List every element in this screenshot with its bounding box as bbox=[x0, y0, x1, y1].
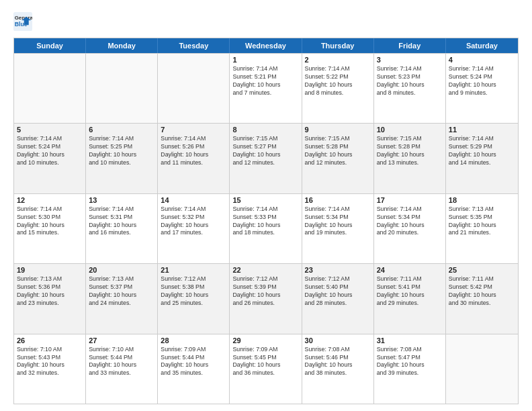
day-number: 10 bbox=[377, 126, 443, 134]
header: General Blue bbox=[13, 12, 519, 31]
day-info: Sunrise: 7:10 AM Sunset: 5:44 PM Dayligh… bbox=[89, 346, 154, 378]
logo-icon: General Blue bbox=[13, 12, 32, 31]
day-info: Sunrise: 7:08 AM Sunset: 5:47 PM Dayligh… bbox=[377, 346, 443, 378]
day-cell-14: 14Sunrise: 7:14 AM Sunset: 5:32 PM Dayli… bbox=[158, 194, 230, 263]
day-number: 20 bbox=[89, 266, 154, 274]
calendar-row-1: 5Sunrise: 7:14 AM Sunset: 5:24 PM Daylig… bbox=[14, 123, 518, 193]
day-number: 7 bbox=[161, 126, 226, 134]
calendar-body: 1Sunrise: 7:14 AM Sunset: 5:21 PM Daylig… bbox=[14, 53, 518, 404]
day-cell-25: 25Sunrise: 7:11 AM Sunset: 5:42 PM Dayli… bbox=[446, 264, 518, 333]
day-info: Sunrise: 7:09 AM Sunset: 5:45 PM Dayligh… bbox=[232, 346, 298, 378]
day-info: Sunrise: 7:14 AM Sunset: 5:21 PM Dayligh… bbox=[232, 65, 298, 97]
calendar-row-4: 26Sunrise: 7:10 AM Sunset: 5:43 PM Dayli… bbox=[14, 334, 518, 404]
weekday-header-friday: Friday bbox=[374, 38, 446, 53]
day-number: 2 bbox=[305, 56, 371, 64]
day-number: 30 bbox=[305, 336, 371, 345]
day-info: Sunrise: 7:15 AM Sunset: 5:28 PM Dayligh… bbox=[377, 135, 443, 167]
day-number: 27 bbox=[89, 336, 154, 345]
day-info: Sunrise: 7:13 AM Sunset: 5:37 PM Dayligh… bbox=[89, 275, 154, 308]
day-number: 14 bbox=[161, 196, 226, 204]
day-info: Sunrise: 7:15 AM Sunset: 5:27 PM Dayligh… bbox=[232, 135, 298, 167]
day-cell-15: 15Sunrise: 7:14 AM Sunset: 5:33 PM Dayli… bbox=[230, 194, 302, 263]
day-info: Sunrise: 7:12 AM Sunset: 5:39 PM Dayligh… bbox=[232, 275, 298, 308]
day-info: Sunrise: 7:14 AM Sunset: 5:24 PM Dayligh… bbox=[449, 65, 515, 97]
day-cell-1: 1Sunrise: 7:14 AM Sunset: 5:21 PM Daylig… bbox=[230, 54, 302, 123]
day-number: 15 bbox=[232, 196, 298, 204]
day-number: 18 bbox=[449, 196, 515, 204]
calendar-row-2: 12Sunrise: 7:14 AM Sunset: 5:30 PM Dayli… bbox=[14, 193, 518, 263]
empty-cell bbox=[158, 54, 230, 123]
day-number: 19 bbox=[17, 266, 83, 274]
day-cell-9: 9Sunrise: 7:15 AM Sunset: 5:28 PM Daylig… bbox=[302, 124, 374, 193]
day-cell-31: 31Sunrise: 7:08 AM Sunset: 5:47 PM Dayli… bbox=[374, 334, 446, 404]
day-info: Sunrise: 7:14 AM Sunset: 5:30 PM Dayligh… bbox=[17, 205, 83, 238]
day-info: Sunrise: 7:15 AM Sunset: 5:28 PM Dayligh… bbox=[305, 135, 371, 167]
empty-cell bbox=[86, 54, 158, 123]
day-info: Sunrise: 7:14 AM Sunset: 5:25 PM Dayligh… bbox=[89, 135, 154, 167]
calendar-row-3: 19Sunrise: 7:13 AM Sunset: 5:36 PM Dayli… bbox=[14, 263, 518, 333]
day-cell-2: 2Sunrise: 7:14 AM Sunset: 5:22 PM Daylig… bbox=[302, 54, 374, 123]
day-number: 16 bbox=[305, 196, 371, 204]
day-cell-24: 24Sunrise: 7:11 AM Sunset: 5:41 PM Dayli… bbox=[374, 264, 446, 333]
weekday-header-tuesday: Tuesday bbox=[158, 38, 230, 53]
day-number: 25 bbox=[449, 266, 515, 274]
day-cell-5: 5Sunrise: 7:14 AM Sunset: 5:24 PM Daylig… bbox=[14, 124, 86, 193]
weekday-header-monday: Monday bbox=[86, 38, 158, 53]
day-number: 21 bbox=[161, 266, 226, 274]
day-info: Sunrise: 7:09 AM Sunset: 5:44 PM Dayligh… bbox=[161, 346, 226, 378]
day-cell-10: 10Sunrise: 7:15 AM Sunset: 5:28 PM Dayli… bbox=[374, 124, 446, 193]
day-info: Sunrise: 7:12 AM Sunset: 5:40 PM Dayligh… bbox=[305, 275, 371, 308]
day-number: 11 bbox=[449, 126, 515, 134]
day-cell-7: 7Sunrise: 7:14 AM Sunset: 5:26 PM Daylig… bbox=[158, 124, 230, 193]
day-cell-23: 23Sunrise: 7:12 AM Sunset: 5:40 PM Dayli… bbox=[302, 264, 374, 333]
empty-cell bbox=[446, 334, 518, 404]
day-cell-27: 27Sunrise: 7:10 AM Sunset: 5:44 PM Dayli… bbox=[86, 334, 158, 404]
day-cell-4: 4Sunrise: 7:14 AM Sunset: 5:24 PM Daylig… bbox=[446, 54, 518, 123]
calendar-row-0: 1Sunrise: 7:14 AM Sunset: 5:21 PM Daylig… bbox=[14, 53, 518, 123]
day-info: Sunrise: 7:14 AM Sunset: 5:23 PM Dayligh… bbox=[377, 65, 443, 97]
day-info: Sunrise: 7:14 AM Sunset: 5:29 PM Dayligh… bbox=[449, 135, 515, 167]
logo: General Blue bbox=[13, 12, 35, 31]
day-info: Sunrise: 7:11 AM Sunset: 5:41 PM Dayligh… bbox=[377, 275, 443, 308]
day-cell-3: 3Sunrise: 7:14 AM Sunset: 5:23 PM Daylig… bbox=[374, 54, 446, 123]
day-number: 26 bbox=[17, 336, 83, 345]
day-number: 8 bbox=[232, 126, 298, 134]
day-info: Sunrise: 7:12 AM Sunset: 5:38 PM Dayligh… bbox=[161, 275, 226, 308]
day-info: Sunrise: 7:14 AM Sunset: 5:34 PM Dayligh… bbox=[305, 205, 371, 238]
day-cell-11: 11Sunrise: 7:14 AM Sunset: 5:29 PM Dayli… bbox=[446, 124, 518, 193]
day-cell-19: 19Sunrise: 7:13 AM Sunset: 5:36 PM Dayli… bbox=[14, 264, 86, 333]
day-info: Sunrise: 7:08 AM Sunset: 5:46 PM Dayligh… bbox=[305, 346, 371, 378]
day-info: Sunrise: 7:14 AM Sunset: 5:24 PM Dayligh… bbox=[17, 135, 83, 167]
day-number: 29 bbox=[232, 336, 298, 345]
day-info: Sunrise: 7:13 AM Sunset: 5:36 PM Dayligh… bbox=[17, 275, 83, 308]
calendar: SundayMondayTuesdayWednesdayThursdayFrid… bbox=[13, 38, 519, 404]
day-cell-30: 30Sunrise: 7:08 AM Sunset: 5:46 PM Dayli… bbox=[302, 334, 374, 404]
day-cell-29: 29Sunrise: 7:09 AM Sunset: 5:45 PM Dayli… bbox=[230, 334, 302, 404]
day-cell-12: 12Sunrise: 7:14 AM Sunset: 5:30 PM Dayli… bbox=[14, 194, 86, 263]
day-number: 12 bbox=[17, 196, 83, 204]
day-cell-20: 20Sunrise: 7:13 AM Sunset: 5:37 PM Dayli… bbox=[86, 264, 158, 333]
page: General Blue SundayMondayTuesdayWednesda… bbox=[0, 0, 532, 411]
day-cell-17: 17Sunrise: 7:14 AM Sunset: 5:34 PM Dayli… bbox=[374, 194, 446, 263]
day-info: Sunrise: 7:14 AM Sunset: 5:34 PM Dayligh… bbox=[377, 205, 443, 238]
day-number: 9 bbox=[305, 126, 371, 134]
day-info: Sunrise: 7:13 AM Sunset: 5:35 PM Dayligh… bbox=[449, 205, 515, 238]
day-cell-26: 26Sunrise: 7:10 AM Sunset: 5:43 PM Dayli… bbox=[14, 334, 86, 404]
day-cell-6: 6Sunrise: 7:14 AM Sunset: 5:25 PM Daylig… bbox=[86, 124, 158, 193]
day-cell-28: 28Sunrise: 7:09 AM Sunset: 5:44 PM Dayli… bbox=[158, 334, 230, 404]
day-number: 5 bbox=[17, 126, 83, 134]
day-number: 13 bbox=[89, 196, 154, 204]
day-number: 3 bbox=[377, 56, 443, 64]
day-number: 6 bbox=[89, 126, 154, 134]
day-info: Sunrise: 7:14 AM Sunset: 5:33 PM Dayligh… bbox=[232, 205, 298, 238]
day-cell-13: 13Sunrise: 7:14 AM Sunset: 5:31 PM Dayli… bbox=[86, 194, 158, 263]
day-info: Sunrise: 7:14 AM Sunset: 5:22 PM Dayligh… bbox=[305, 65, 371, 97]
day-number: 4 bbox=[449, 56, 515, 64]
day-info: Sunrise: 7:10 AM Sunset: 5:43 PM Dayligh… bbox=[17, 346, 83, 378]
day-info: Sunrise: 7:11 AM Sunset: 5:42 PM Dayligh… bbox=[449, 275, 515, 308]
day-number: 23 bbox=[305, 266, 371, 274]
weekday-header-thursday: Thursday bbox=[302, 38, 374, 53]
calendar-header: SundayMondayTuesdayWednesdayThursdayFrid… bbox=[14, 38, 518, 53]
day-info: Sunrise: 7:14 AM Sunset: 5:31 PM Dayligh… bbox=[89, 205, 154, 238]
day-number: 31 bbox=[377, 336, 443, 345]
